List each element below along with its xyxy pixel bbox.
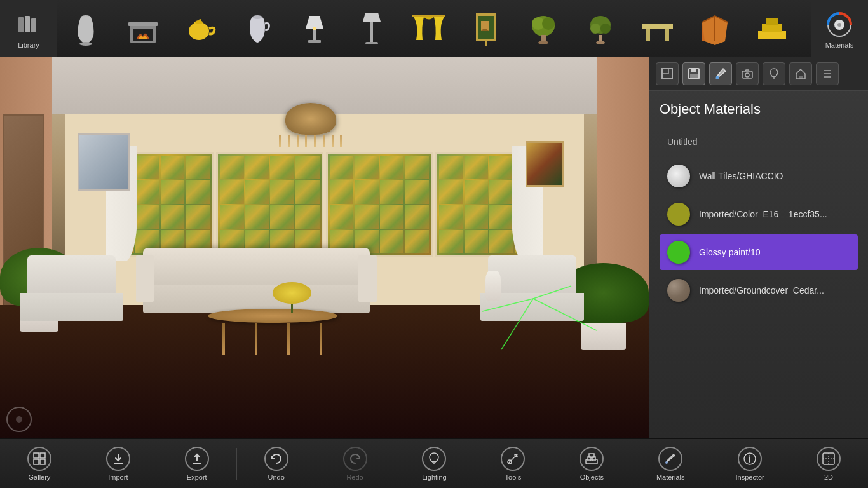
viewport[interactable] xyxy=(0,57,649,438)
svg-rect-14 xyxy=(308,40,321,43)
svg-rect-54 xyxy=(690,74,698,78)
tools-label: Tools xyxy=(505,473,522,481)
coffee-table xyxy=(208,309,337,355)
window-center-left xyxy=(216,152,323,257)
material-item-color-e16[interactable]: Imported/Color_E16__1eccf35... xyxy=(660,196,858,232)
svg-point-28 xyxy=(538,41,548,44)
chandelier xyxy=(273,103,349,154)
plant1-icon xyxy=(526,11,561,46)
toolbar-item-table-lamp[interactable] xyxy=(286,0,343,57)
materials-bottom-label: Materials xyxy=(656,473,685,481)
tools-button[interactable]: Tools xyxy=(473,439,552,489)
save-panel-button[interactable] xyxy=(682,62,705,85)
2d-button[interactable]: 2D xyxy=(789,439,868,489)
floor-plan-button[interactable] xyxy=(656,62,679,85)
import-label: Import xyxy=(108,473,128,481)
paint-brush-button[interactable] xyxy=(709,62,732,85)
painting xyxy=(526,141,564,187)
inspector-icon xyxy=(738,447,762,471)
objects-button[interactable]: Objects xyxy=(552,439,631,489)
redo-icon xyxy=(343,447,367,471)
material-item-wall-tiles[interactable]: Wall Tiles/GHIACCIO xyxy=(660,158,858,194)
svg-rect-67 xyxy=(34,459,39,464)
home-panel-button[interactable] xyxy=(789,62,812,85)
panel-content[interactable]: Object Materials Untitled Wall Tiles/GHI… xyxy=(649,91,868,438)
toolbar-item-plant2[interactable] xyxy=(572,0,629,57)
svg-rect-53 xyxy=(691,69,696,72)
toolbar-item-painting[interactable] xyxy=(458,0,515,57)
svg-point-4 xyxy=(79,42,92,46)
toolbar-item-plant1[interactable] xyxy=(515,0,572,57)
gallery-button[interactable]: Gallery xyxy=(0,439,79,489)
material-swatch-groundcover xyxy=(667,279,690,302)
armchair-left xyxy=(20,255,123,324)
library-label: Library xyxy=(18,41,39,49)
redo-button[interactable]: Redo xyxy=(316,439,395,489)
svg-point-9 xyxy=(195,20,203,24)
svg-rect-65 xyxy=(34,453,39,458)
material-name-color-e16: Imported/Color_E16__1eccf35... xyxy=(699,209,827,219)
toolbar-item-table[interactable] xyxy=(629,0,686,57)
material-swatch-glossy-paint xyxy=(667,241,690,264)
svg-rect-7 xyxy=(128,22,158,26)
material-item-glossy-paint[interactable]: Glossy paint/10 xyxy=(660,234,858,270)
svg-point-57 xyxy=(745,73,749,77)
svg-rect-61 xyxy=(799,76,803,79)
lighting-label: Lighting xyxy=(422,473,447,481)
vase-icon xyxy=(68,11,104,46)
svg-rect-0 xyxy=(18,17,24,32)
panel-title: Object Materials xyxy=(660,101,858,118)
toolbar-item-crate[interactable] xyxy=(686,0,743,57)
svg-marker-16 xyxy=(363,13,381,22)
lighting-icon xyxy=(422,447,446,471)
svg-point-26 xyxy=(542,17,555,30)
svg-point-77 xyxy=(665,461,668,464)
svg-point-44 xyxy=(837,23,841,27)
svg-rect-6 xyxy=(133,29,153,41)
lightbulb-panel-button[interactable] xyxy=(763,62,785,85)
toolbar-item-teapot[interactable] xyxy=(172,0,229,57)
svg-point-15 xyxy=(313,27,316,30)
toolbar-item-shape[interactable] xyxy=(743,0,801,57)
jug-icon xyxy=(240,11,275,46)
undo-button[interactable]: Undo xyxy=(237,439,316,489)
material-item-groundcover[interactable]: Imported/Groundcover_Cedar... xyxy=(660,273,858,308)
toolbar-item-jug[interactable] xyxy=(229,0,286,57)
inspector-button[interactable]: Inspector xyxy=(710,439,789,489)
table-icon xyxy=(640,11,675,46)
floor-lamp-icon xyxy=(354,11,390,46)
teapot-icon xyxy=(182,11,218,46)
materials-bottom-button[interactable]: Materials xyxy=(631,439,710,489)
material-name-wall-tiles: Wall Tiles/GHIACCIO xyxy=(699,171,783,181)
tools-icon xyxy=(501,447,525,471)
sofa xyxy=(143,248,370,316)
import-button[interactable]: Import xyxy=(79,439,158,489)
svg-rect-1 xyxy=(25,16,30,32)
toolbar-item-vase[interactable] xyxy=(57,0,114,57)
library-button[interactable]: Library xyxy=(0,0,57,57)
toolbar-item-floor-lamp[interactable] xyxy=(343,0,400,57)
undo-label: Undo xyxy=(268,473,285,481)
svg-rect-35 xyxy=(646,29,650,41)
svg-rect-36 xyxy=(665,29,669,41)
shape-icon xyxy=(754,11,790,46)
top-toolbar: Library xyxy=(0,0,868,57)
curtains-icon xyxy=(411,11,447,46)
camera-panel-button[interactable] xyxy=(736,62,759,85)
toolbar-item-fireplace[interactable] xyxy=(114,0,172,57)
scene-windows xyxy=(106,152,542,257)
svg-point-10 xyxy=(199,19,201,22)
lighting-button[interactable]: Lighting xyxy=(395,439,474,489)
materials-list: Wall Tiles/GHIACCIOImported/Color_E16__1… xyxy=(660,158,858,308)
svg-point-11 xyxy=(252,15,262,19)
toolbar-item-curtains[interactable] xyxy=(400,0,458,57)
export-button[interactable]: Export xyxy=(158,439,236,489)
viewport-scene xyxy=(0,57,649,438)
svg-rect-68 xyxy=(40,459,45,464)
wall-art xyxy=(78,133,130,191)
list-panel-button[interactable] xyxy=(816,62,839,85)
bottom-toolbar: Gallery Import Export Undo xyxy=(0,438,868,488)
material-name-glossy-paint: Glossy paint/10 xyxy=(699,247,761,257)
navigation-control[interactable] xyxy=(6,407,32,432)
materials-button[interactable]: Materials xyxy=(811,0,868,57)
